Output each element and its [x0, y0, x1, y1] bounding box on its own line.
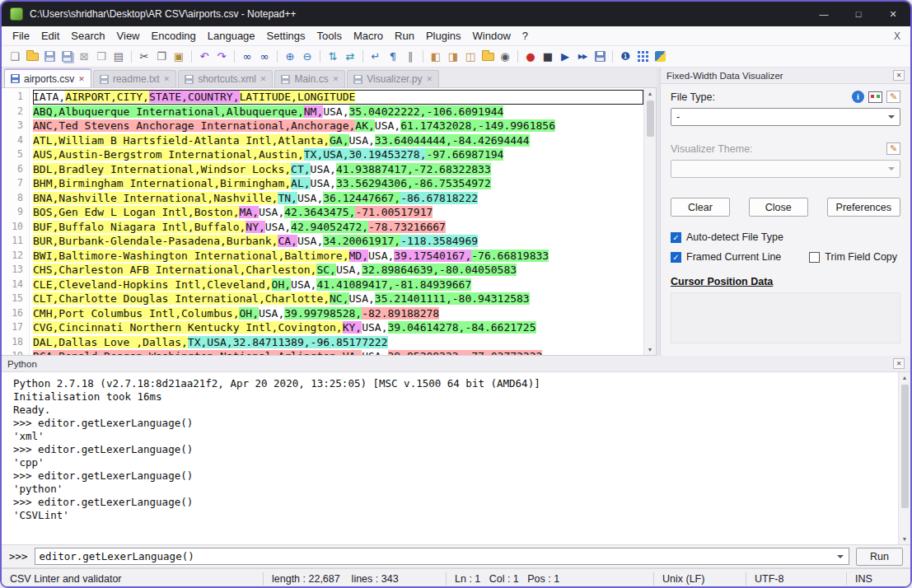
scroll-up-icon[interactable]: ▲ [648, 88, 653, 99]
editor-line[interactable]: DAL,Dallas Love ,Dallas,TX,USA,32.847113… [33, 335, 643, 350]
toolbar-copy-button[interactable]: ❐ [153, 49, 170, 65]
scroll-down-icon[interactable]: ▼ [902, 534, 908, 544]
editor-line[interactable]: BUR,Burbank-Glendale-Pasadena,Burbank,CA… [33, 234, 643, 249]
menu-tools[interactable]: Tools [311, 27, 348, 44]
command-dropdown-icon[interactable] [832, 548, 849, 564]
run-button[interactable]: Run [856, 548, 903, 566]
visualizer-panel-caption[interactable]: Fixed-Width Data Visualizer ✕ [661, 68, 910, 84]
command-input[interactable] [35, 549, 832, 563]
tab-close-icon[interactable]: ✕ [426, 75, 433, 83]
minimize-button[interactable]: — [807, 2, 841, 26]
visualizer-panel-close-icon[interactable]: ✕ [893, 70, 905, 81]
tab-main-cs[interactable]: Main.cs✕ [274, 70, 345, 87]
tab-close-icon[interactable]: ✕ [333, 75, 339, 83]
toolbar-sync-vertical-scrolling-button[interactable]: ⇅ [325, 49, 341, 65]
toolbar-zoom-in-button[interactable]: ⊕ [282, 49, 298, 65]
python-panel-close-icon[interactable]: ✕ [893, 358, 905, 369]
editor-line[interactable]: AUS,Austin-Bergstrom International,Austi… [33, 147, 643, 162]
toolbar-close-file-button[interactable]: ⊠ [76, 49, 92, 65]
toolbar-zoom-out-button[interactable]: ⊖ [299, 49, 316, 65]
toolbar-document-switcher-button[interactable]: ❶ [617, 49, 634, 65]
toolbar-undo-button[interactable]: ↶ [196, 49, 213, 65]
toolbar-play-macro-button[interactable]: ▶ [557, 49, 573, 65]
menu-close-icon[interactable]: X [894, 30, 900, 42]
toolbar-function-list-button[interactable]: ◧ [428, 49, 444, 65]
edit-file-type-icon[interactable]: ✎ [886, 91, 900, 103]
editor-line[interactable]: CMH,Port Columbus Intl,Columbus,OH,USA,3… [33, 306, 643, 321]
menu-macro[interactable]: Macro [348, 27, 389, 44]
editor-lines[interactable]: IATA,AIRPORT,CITY,STATE,COUNTRY,LATITUDE… [30, 88, 643, 355]
console-output[interactable]: Python 2.7.18 (v2.7.18:8d21aa21f2, Apr 2… [2, 372, 898, 544]
menu-file[interactable]: File [7, 27, 35, 44]
tab-close-icon[interactable]: ✕ [164, 75, 171, 83]
menu-window[interactable]: Window [467, 27, 517, 44]
toolbar-open-folder-button[interactable] [24, 49, 40, 65]
toolbar-document-map-button[interactable]: ◨ [445, 49, 461, 65]
visualizer-theme-select[interactable] [671, 160, 900, 178]
toolbar-run-macro-multiple-times-button[interactable]: ▶▶ [574, 49, 591, 65]
toolbar-file-monitoring-button[interactable]: ◉ [497, 49, 513, 65]
menu-edit[interactable]: Edit [35, 27, 65, 44]
checkbox-framed-current-line[interactable]: ✓Framed Current Line [671, 251, 781, 263]
editor-line[interactable]: BOS,Gen Edw L Logan Intl,Boston,MA,USA,4… [33, 205, 643, 220]
toolbar-folder-as-workspace-button[interactable] [479, 49, 496, 65]
menu-encoding[interactable]: Encoding [146, 27, 202, 44]
editor-line[interactable]: BHM,Birmingham International,Birmingham,… [33, 176, 643, 191]
tab-airports-csv[interactable]: airports.csv✕ [4, 68, 91, 87]
editor-line[interactable]: BDL,Bradley International,Windsor Locks,… [33, 162, 643, 177]
python-panel-caption[interactable]: Python ✕ [2, 356, 910, 372]
editor-line[interactable]: BWI,Baltimore-Washington International,B… [33, 249, 643, 264]
menu-language[interactable]: Language [202, 27, 261, 44]
editor-line[interactable]: ABQ,Albuquerque International,Albuquerqu… [33, 105, 643, 119]
editor-line[interactable]: ANC,Ted Stevens Anchorage International,… [33, 119, 643, 133]
menu-settings[interactable]: Settings [261, 27, 311, 44]
toolbar-save-all-button[interactable] [58, 49, 75, 65]
status-eol-format[interactable]: Unix (LF) [654, 572, 746, 586]
tab-close-icon[interactable]: ✕ [260, 75, 267, 83]
scroll-down-icon[interactable]: ▼ [648, 344, 653, 355]
editor-line[interactable]: ATL,William B Hartsfield-Atlanta Intl,At… [33, 133, 643, 148]
checkbox-auto-detect-file-type[interactable]: ✓Auto-detect File Type [671, 231, 783, 243]
toolbar-close-all-files-button[interactable]: ❒ [93, 49, 110, 65]
close-button[interactable]: Close [749, 198, 808, 217]
title-bar[interactable]: C:\Users\shridhar\Desktop\AR CSV\airport… [2, 2, 910, 26]
menu-run[interactable]: Run [389, 27, 420, 44]
editor-line[interactable]: CHS,Charleston AFB International,Charles… [33, 263, 643, 278]
close-button[interactable]: ✕ [876, 2, 910, 26]
console-scrollbar[interactable]: ▲ ▼ [898, 372, 910, 544]
editor-line[interactable]: BUF,Buffalo Niagara Intl,Buffalo,NY,USA,… [33, 220, 643, 235]
tab-shortcuts-xml[interactable]: shortcuts.xml✕ [178, 70, 273, 87]
tab-visualizer-py[interactable]: Visualizer.py✕ [347, 70, 439, 87]
toolbar-python-script-plugin-button[interactable] [652, 49, 668, 65]
edit-theme-icon[interactable]: ✎ [886, 142, 900, 155]
toolbar-save-macro-button[interactable] [592, 49, 608, 65]
toolbar-stop-recording-button[interactable]: ■ [540, 49, 556, 65]
editor-line[interactable]: CLT,Charlotte Douglas International,Char… [33, 292, 643, 306]
toolbar-replace-button[interactable]: ∞ [256, 49, 273, 65]
preview-icon[interactable] [868, 91, 882, 103]
status-insert-mode[interactable]: INS [847, 572, 910, 586]
toolbar-print-button[interactable]: ▤ [110, 49, 127, 65]
editor-line[interactable]: BNA,Nashville International,Nashville,TN… [33, 191, 643, 206]
toolbar-csv-lint-plugin-button[interactable] [634, 49, 651, 65]
editor-line[interactable]: CLE,Cleveland-Hopkins Intl,Cleveland,OH,… [33, 278, 643, 292]
toolbar-find-button[interactable]: ∞ [239, 49, 255, 65]
toolbar-save-button[interactable] [41, 49, 58, 65]
maximize-button[interactable]: □ [841, 2, 876, 26]
editor[interactable]: 12345678910111213141516171819 IATA,AIRPO… [2, 87, 657, 356]
menu-help[interactable]: ? [517, 27, 534, 44]
preferences-button[interactable]: Preferences [827, 198, 900, 217]
status-encoding[interactable]: UTF-8 [746, 572, 847, 586]
menu-view[interactable]: View [111, 27, 146, 44]
toolbar-paste-button[interactable]: ▣ [171, 49, 187, 65]
menu-search[interactable]: Search [65, 27, 110, 44]
clear-button[interactable]: Clear [671, 198, 730, 217]
editor-scrollbar-thumb[interactable] [647, 100, 654, 137]
info-icon[interactable]: i [852, 91, 864, 103]
toolbar-word-wrap-button[interactable]: ↵ [367, 49, 384, 65]
command-combobox[interactable] [35, 548, 849, 565]
toolbar-redo-button[interactable]: ↷ [213, 49, 230, 65]
console-scrollbar-thumb[interactable] [901, 385, 909, 508]
toolbar-sync-horizontal-scrolling-button[interactable]: ⇄ [342, 49, 358, 65]
toolbar-document-list-button[interactable]: ◫ [462, 49, 479, 65]
